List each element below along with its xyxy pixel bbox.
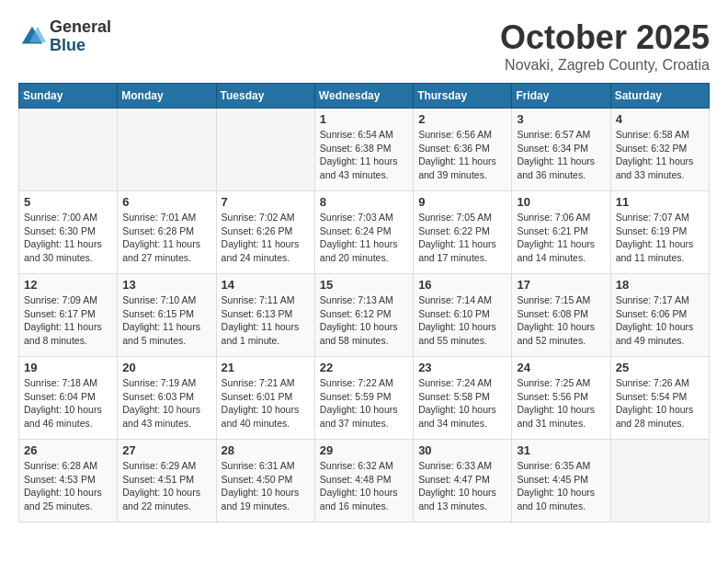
day-number: 17 [517,278,605,292]
day-number: 8 [320,195,408,209]
month-title: October 2025 [500,18,710,57]
calendar-cell: 16Sunrise: 7:14 AM Sunset: 6:10 PM Dayli… [414,274,512,357]
logo-blue: Blue [50,37,111,55]
logo-text: General Blue [50,18,111,55]
calendar-week-4: 19Sunrise: 7:18 AM Sunset: 6:04 PM Dayli… [19,357,710,440]
day-info: Sunrise: 7:21 AM Sunset: 6:01 PM Dayligh… [222,376,310,431]
calendar-cell: 25Sunrise: 7:26 AM Sunset: 5:54 PM Dayli… [610,357,709,440]
header-thursday: Thursday [414,84,512,109]
day-number: 13 [122,278,210,292]
day-info: Sunrise: 7:03 AM Sunset: 6:24 PM Dayligh… [320,211,408,265]
day-info: Sunrise: 7:25 AM Sunset: 5:56 PM Dayligh… [517,376,605,431]
day-info: Sunrise: 7:00 AM Sunset: 6:30 PM Dayligh… [24,211,112,265]
calendar-cell: 15Sunrise: 7:13 AM Sunset: 6:12 PM Dayli… [314,274,413,357]
calendar-cell: 24Sunrise: 7:25 AM Sunset: 5:56 PM Dayli… [512,357,610,440]
day-info: Sunrise: 7:22 AM Sunset: 5:59 PM Dayligh… [320,376,408,431]
calendar-table: Sunday Monday Tuesday Wednesday Thursday… [18,83,710,523]
calendar-cell: 31Sunrise: 6:35 AM Sunset: 4:45 PM Dayli… [512,440,610,523]
calendar-cell: 21Sunrise: 7:21 AM Sunset: 6:01 PM Dayli… [216,357,314,440]
calendar-cell: 7Sunrise: 7:02 AM Sunset: 6:26 PM Daylig… [216,191,314,274]
day-info: Sunrise: 7:15 AM Sunset: 6:08 PM Dayligh… [517,293,605,348]
calendar-cell: 17Sunrise: 7:15 AM Sunset: 6:08 PM Dayli… [512,274,610,357]
calendar-cell: 27Sunrise: 6:29 AM Sunset: 4:51 PM Dayli… [118,440,216,523]
day-info: Sunrise: 6:56 AM Sunset: 6:36 PM Dayligh… [418,128,506,182]
header-wednesday: Wednesday [314,84,413,109]
day-info: Sunrise: 7:09 AM Sunset: 6:17 PM Dayligh… [24,293,112,348]
day-info: Sunrise: 6:58 AM Sunset: 6:32 PM Dayligh… [616,128,704,182]
calendar-cell: 20Sunrise: 7:19 AM Sunset: 6:03 PM Dayli… [118,357,216,440]
calendar-cell [118,109,216,191]
day-number: 15 [320,278,408,292]
day-info: Sunrise: 7:05 AM Sunset: 6:22 PM Dayligh… [418,211,506,265]
day-number: 6 [122,195,210,209]
day-number: 2 [418,112,506,126]
day-number: 7 [222,195,310,209]
calendar-cell: 13Sunrise: 7:10 AM Sunset: 6:15 PM Dayli… [118,274,216,357]
calendar-cell: 8Sunrise: 7:03 AM Sunset: 6:24 PM Daylig… [314,191,413,274]
day-info: Sunrise: 6:57 AM Sunset: 6:34 PM Dayligh… [517,128,605,182]
day-info: Sunrise: 7:07 AM Sunset: 6:19 PM Dayligh… [616,211,704,265]
header-friday: Friday [512,84,610,109]
day-number: 27 [122,443,210,457]
calendar-cell: 29Sunrise: 6:32 AM Sunset: 4:48 PM Dayli… [314,440,413,523]
calendar-cell: 6Sunrise: 7:01 AM Sunset: 6:28 PM Daylig… [118,191,216,274]
day-info: Sunrise: 6:35 AM Sunset: 4:45 PM Dayligh… [517,459,605,513]
calendar-cell: 1Sunrise: 6:54 AM Sunset: 6:38 PM Daylig… [314,109,413,191]
day-number: 4 [616,112,704,126]
day-number: 30 [418,443,506,457]
calendar-cell: 18Sunrise: 7:17 AM Sunset: 6:06 PM Dayli… [610,274,709,357]
calendar-cell: 9Sunrise: 7:05 AM Sunset: 6:22 PM Daylig… [414,191,512,274]
calendar-header: Sunday Monday Tuesday Wednesday Thursday… [19,84,710,109]
day-number: 5 [24,195,112,209]
calendar-week-2: 5Sunrise: 7:00 AM Sunset: 6:30 PM Daylig… [19,191,710,274]
calendar-week-5: 26Sunrise: 6:28 AM Sunset: 4:53 PM Dayli… [19,440,710,523]
day-info: Sunrise: 7:17 AM Sunset: 6:06 PM Dayligh… [616,293,704,348]
logo: General Blue [18,18,111,55]
header-monday: Monday [118,84,216,109]
location-subtitle: Novaki, Zagreb County, Croatia [500,57,710,74]
day-number: 24 [517,361,605,374]
day-info: Sunrise: 6:31 AM Sunset: 4:50 PM Dayligh… [222,459,310,513]
day-info: Sunrise: 6:33 AM Sunset: 4:47 PM Dayligh… [418,459,506,513]
day-number: 14 [222,278,310,292]
calendar-body: 1Sunrise: 6:54 AM Sunset: 6:38 PM Daylig… [19,109,710,523]
page-header: General Blue October 2025 Novaki, Zagreb… [18,18,710,74]
day-info: Sunrise: 6:32 AM Sunset: 4:48 PM Dayligh… [320,459,408,513]
header-tuesday: Tuesday [216,84,314,109]
day-info: Sunrise: 6:29 AM Sunset: 4:51 PM Dayligh… [122,459,210,513]
day-number: 1 [320,112,408,126]
day-number: 18 [616,278,704,292]
day-info: Sunrise: 7:19 AM Sunset: 6:03 PM Dayligh… [122,376,210,431]
day-number: 12 [24,278,112,292]
day-number: 9 [418,195,506,209]
day-number: 29 [320,443,408,457]
day-number: 26 [24,443,112,457]
day-info: Sunrise: 7:01 AM Sunset: 6:28 PM Dayligh… [122,211,210,265]
day-info: Sunrise: 6:28 AM Sunset: 4:53 PM Dayligh… [24,459,112,513]
logo-icon [18,23,46,51]
calendar-cell: 11Sunrise: 7:07 AM Sunset: 6:19 PM Dayli… [610,191,709,274]
day-number: 22 [320,361,408,374]
calendar-cell [216,109,314,191]
header-row: Sunday Monday Tuesday Wednesday Thursday… [19,84,710,109]
day-number: 23 [418,361,506,374]
day-info: Sunrise: 7:06 AM Sunset: 6:21 PM Dayligh… [517,211,605,265]
calendar-cell: 22Sunrise: 7:22 AM Sunset: 5:59 PM Dayli… [314,357,413,440]
day-number: 3 [517,112,605,126]
header-saturday: Saturday [610,84,709,109]
logo-general: General [50,18,111,37]
day-number: 25 [616,361,704,374]
day-number: 31 [517,443,605,457]
day-info: Sunrise: 7:14 AM Sunset: 6:10 PM Dayligh… [418,293,506,348]
day-number: 10 [517,195,605,209]
calendar-cell: 26Sunrise: 6:28 AM Sunset: 4:53 PM Dayli… [19,440,118,523]
calendar-cell [19,109,118,191]
header-sunday: Sunday [19,84,118,109]
calendar-cell: 30Sunrise: 6:33 AM Sunset: 4:47 PM Dayli… [414,440,512,523]
calendar-cell [610,440,709,523]
calendar-cell: 19Sunrise: 7:18 AM Sunset: 6:04 PM Dayli… [19,357,118,440]
calendar-cell: 10Sunrise: 7:06 AM Sunset: 6:21 PM Dayli… [512,191,610,274]
day-info: Sunrise: 7:26 AM Sunset: 5:54 PM Dayligh… [616,376,704,431]
day-info: Sunrise: 7:02 AM Sunset: 6:26 PM Dayligh… [222,211,310,265]
calendar-cell: 5Sunrise: 7:00 AM Sunset: 6:30 PM Daylig… [19,191,118,274]
